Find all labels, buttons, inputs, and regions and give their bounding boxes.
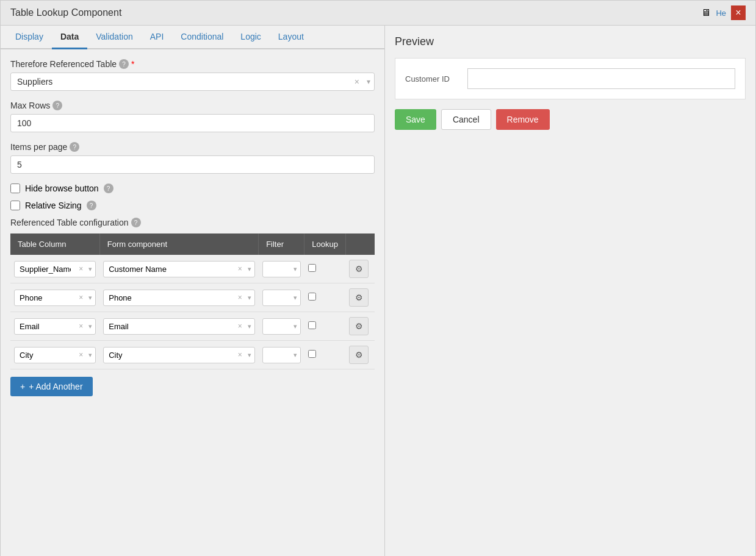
row3-form-comp-clear-icon[interactable]: × [238, 322, 242, 330]
row1-table-col-cell: Supplier_Name × ▾ [10, 255, 99, 283]
row1-form-comp-select-wrapper: Customer Name × ▾ [103, 261, 254, 277]
items-per-page-input[interactable] [10, 155, 375, 174]
row4-lookup-cell [304, 341, 346, 369]
row3-table-col-arrow-icon: ▾ [88, 323, 92, 330]
help-link[interactable]: He [716, 9, 726, 18]
row2-table-col-arrow-icon: ▾ [88, 294, 92, 302]
row4-table-col-select[interactable]: City [15, 348, 95, 363]
preview-field-input[interactable] [467, 68, 735, 89]
items-per-page-help-icon[interactable]: ? [70, 142, 79, 152]
ref-config-help-icon[interactable]: ? [131, 218, 141, 227]
row1-form-comp-clear-icon[interactable]: × [238, 265, 242, 273]
max-rows-input[interactable] [10, 114, 375, 132]
row4-lookup-checkbox[interactable] [308, 350, 316, 358]
row4-gear-button[interactable]: ⚙ [349, 346, 369, 364]
modal-header: Table Lookup Component 🖥 He × [1, 1, 755, 26]
row2-form-comp-clear-icon[interactable]: × [238, 293, 242, 302]
ref-config-label: Referenced Table configuration ? [10, 218, 375, 227]
referenced-table-select-wrapper: Suppliers × ▾ [10, 73, 375, 91]
row4-filter-arrow-icon: ▾ [293, 351, 297, 359]
row2-table-col-select[interactable]: Phone [15, 290, 95, 305]
close-button[interactable]: × [731, 5, 746, 20]
modal-container: Table Lookup Component 🖥 He × Display Da… [0, 0, 756, 556]
relative-sizing-help-icon[interactable]: ? [87, 201, 96, 210]
row3-form-comp-select[interactable]: Email [104, 319, 254, 334]
th-action [345, 233, 375, 255]
table-header-row: Table Column Form component Filter Looku… [10, 233, 375, 255]
referenced-table-clear-icon[interactable]: × [355, 77, 359, 87]
row1-table-col-select[interactable]: Supplier_Name [15, 262, 95, 277]
row2-filter-select-wrapper: ▾ [262, 290, 301, 306]
referenced-table-select[interactable]: Suppliers [11, 73, 374, 90]
row3-lookup-checkbox[interactable] [308, 321, 316, 329]
ref-table: Table Column Form component Filter Looku… [10, 233, 375, 369]
hide-browse-label: Hide browse button [25, 184, 99, 193]
remove-button[interactable]: Remove [496, 109, 550, 130]
row1-lookup-checkbox[interactable] [308, 264, 316, 272]
row3-table-col-select[interactable]: Email [15, 319, 95, 334]
row4-form-comp-clear-icon[interactable]: × [238, 351, 242, 359]
row4-form-comp-arrow-icon: ▾ [248, 351, 251, 359]
items-per-page-label: Items per page ? [10, 142, 375, 152]
row2-table-col-cell: Phone × ▾ [10, 283, 99, 312]
hide-browse-help-icon[interactable]: ? [104, 184, 113, 193]
row1-filter-cell: ▾ [259, 255, 304, 283]
row2-form-comp-cell: Phone × ▾ [99, 283, 258, 312]
row2-filter-cell: ▾ [259, 283, 304, 312]
table-row: City × ▾ City × ▾ [10, 341, 375, 369]
hide-browse-checkbox[interactable] [10, 184, 20, 193]
modal-body: Display Data Validation API Conditional … [1, 26, 755, 556]
preview-field-label: Customer ID [405, 74, 460, 84]
preview-title: Preview [395, 35, 746, 48]
row2-gear-button[interactable]: ⚙ [349, 288, 369, 307]
modal-title: Table Lookup Component [10, 7, 121, 18]
max-rows-help-icon[interactable]: ? [52, 101, 62, 110]
th-form-component: Form component [99, 233, 258, 255]
relative-sizing-group: Relative Sizing ? [10, 201, 375, 210]
row3-filter-cell: ▾ [259, 312, 304, 341]
row3-gear-button[interactable]: ⚙ [349, 317, 369, 335]
row2-lookup-checkbox[interactable] [308, 293, 316, 301]
tab-layout[interactable]: Layout [270, 26, 312, 49]
th-lookup: Lookup [304, 233, 346, 255]
row2-form-comp-select[interactable]: Phone [104, 290, 254, 305]
tab-display[interactable]: Display [7, 26, 52, 49]
relative-sizing-checkbox[interactable] [10, 201, 20, 210]
row4-form-comp-cell: City × ▾ [99, 341, 258, 369]
referenced-table-help-icon[interactable]: ? [119, 59, 129, 69]
row4-action-cell: ⚙ [345, 341, 375, 369]
row4-table-col-clear-icon[interactable]: × [79, 351, 83, 359]
tab-conditional[interactable]: Conditional [172, 26, 232, 49]
relative-sizing-label: Relative Sizing [25, 201, 82, 210]
header-actions: 🖥 He × [701, 5, 746, 20]
hide-browse-group: Hide browse button ? [10, 184, 375, 193]
max-rows-label: Max Rows ? [10, 101, 375, 110]
row4-filter-cell: ▾ [259, 341, 304, 369]
table-row: Phone × ▾ Phone × ▾ [10, 283, 375, 312]
row4-form-comp-select[interactable]: City [104, 348, 254, 363]
save-button[interactable]: Save [395, 109, 436, 130]
max-rows-group: Max Rows ? [10, 101, 375, 132]
row1-gear-button[interactable]: ⚙ [349, 260, 369, 278]
table-row: Supplier_Name × ▾ Customer Name × ▾ [10, 255, 375, 283]
tab-data[interactable]: Data [52, 26, 87, 49]
row1-table-col-clear-icon[interactable]: × [79, 265, 83, 273]
row1-form-comp-select[interactable]: Customer Name [104, 262, 254, 277]
add-another-button[interactable]: + + Add Another [10, 377, 93, 396]
row2-table-col-clear-icon[interactable]: × [79, 293, 83, 302]
preview-field: Customer ID [405, 68, 735, 89]
row3-table-col-clear-icon[interactable]: × [79, 322, 83, 330]
row4-table-col-arrow-icon: ▾ [88, 351, 92, 359]
row3-form-comp-arrow-icon: ▾ [248, 323, 251, 330]
tab-api[interactable]: API [142, 26, 173, 49]
tab-validation[interactable]: Validation [87, 26, 141, 49]
row3-form-comp-cell: Email × ▾ [99, 312, 258, 341]
row1-action-cell: ⚙ [345, 255, 375, 283]
row1-form-comp-cell: Customer Name × ▾ [99, 255, 258, 283]
cancel-button[interactable]: Cancel [441, 109, 491, 130]
tab-logic[interactable]: Logic [232, 26, 269, 49]
row1-table-col-arrow-icon: ▾ [88, 265, 92, 273]
add-another-label: + Add Another [29, 382, 82, 391]
row4-form-comp-select-wrapper: City × ▾ [103, 347, 254, 363]
row2-table-col-select-wrapper: Phone × ▾ [14, 290, 96, 306]
